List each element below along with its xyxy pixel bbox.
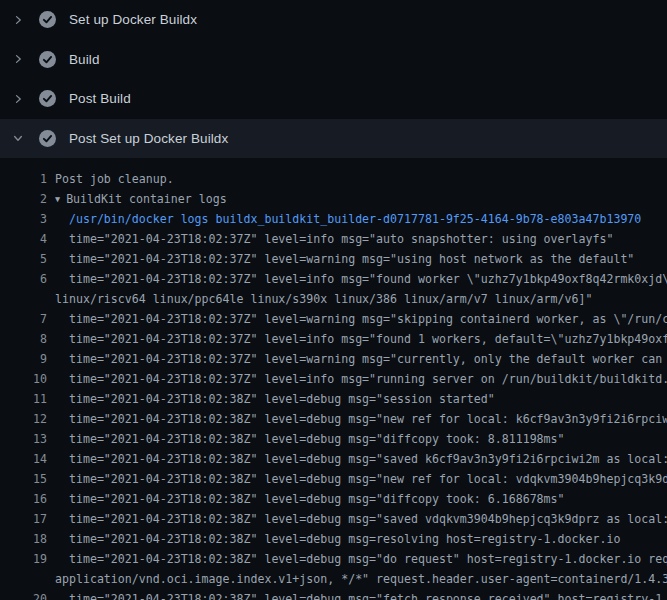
log-line-text: time="2021-04-23T18:02:37Z" level=warnin… — [55, 309, 667, 329]
log-line: 1 Post job cleanup. — [0, 169, 667, 189]
log-line-text: application/vnd.oci.image.index.v1+json,… — [55, 569, 667, 589]
log-line-text: time="2021-04-23T18:02:38Z" level=debug … — [55, 449, 667, 469]
step-label: Set up Docker Buildx — [69, 12, 197, 27]
log-line: application/vnd.oci.image.index.v1+json,… — [0, 569, 667, 589]
log-line-text: time="2021-04-23T18:02:37Z" level=info m… — [55, 229, 613, 249]
log-line: 5 time="2021-04-23T18:02:37Z" level=warn… — [0, 249, 667, 269]
log-line: 2 ▼BuildKit container logs — [0, 189, 667, 209]
log-line: 8 time="2021-04-23T18:02:37Z" level=info… — [0, 329, 667, 349]
log-line-number[interactable]: 10 — [0, 369, 47, 389]
log-line-text: time="2021-04-23T18:02:37Z" level=info m… — [55, 369, 667, 389]
log-line-number[interactable] — [0, 289, 47, 309]
log-line-text: time="2021-04-23T18:02:37Z" level=warnin… — [55, 249, 634, 269]
log-line: 4 time="2021-04-23T18:02:37Z" level=info… — [0, 229, 667, 249]
step-row-build[interactable]: Build — [0, 40, 667, 80]
log-line: 11 time="2021-04-23T18:02:38Z" level=deb… — [0, 389, 667, 409]
log-line: linux/riscv64 linux/ppc64le linux/s390x … — [0, 289, 667, 309]
group-collapse-triangle-icon: ▼ — [55, 189, 60, 209]
log-line: 6 time="2021-04-23T18:02:37Z" level=info… — [0, 269, 667, 289]
log-line-text: time="2021-04-23T18:02:37Z" level=warnin… — [55, 349, 667, 369]
log-line-number[interactable] — [0, 569, 47, 589]
log-line-text: time="2021-04-23T18:02:38Z" level=debug … — [55, 549, 667, 569]
check-circle-icon — [39, 130, 56, 147]
log-line-text: time="2021-04-23T18:02:38Z" level=debug … — [55, 529, 620, 549]
log-line-text: linux/riscv64 linux/ppc64le linux/s390x … — [55, 289, 592, 309]
log-line-number[interactable]: 9 — [0, 349, 47, 369]
log-line-number[interactable]: 7 — [0, 309, 47, 329]
check-circle-icon — [39, 90, 56, 107]
step-label: Build — [69, 52, 100, 67]
log-line: 19 time="2021-04-23T18:02:38Z" level=deb… — [0, 549, 667, 569]
log-line-text: Post job cleanup. — [55, 169, 174, 189]
log-line-text: time="2021-04-23T18:02:38Z" level=debug … — [55, 429, 565, 449]
log-line-number[interactable]: 16 — [0, 489, 47, 509]
log-line-text: time="2021-04-23T18:02:38Z" level=debug … — [55, 389, 495, 409]
chevron-right-icon — [12, 14, 24, 26]
log-line-text: time="2021-04-23T18:02:37Z" level=info m… — [55, 269, 667, 289]
log-line-text: time="2021-04-23T18:02:38Z" level=debug … — [55, 509, 667, 529]
log-line-number[interactable]: 3 — [0, 209, 47, 229]
log-line-number[interactable]: 20 — [0, 589, 47, 600]
log-line-number[interactable]: 2 — [0, 189, 47, 209]
step-row-post-build[interactable]: Post Build — [0, 79, 667, 119]
log-line-text: time="2021-04-23T18:02:38Z" level=debug … — [55, 409, 667, 429]
check-circle-icon — [39, 11, 56, 28]
log-line-text: /usr/bin/docker logs buildx_buildkit_bui… — [55, 209, 641, 229]
log-line-number[interactable]: 5 — [0, 249, 47, 269]
log-line: 15 time="2021-04-23T18:02:38Z" level=deb… — [0, 469, 667, 489]
log-line: 3 /usr/bin/docker logs buildx_buildkit_b… — [0, 209, 667, 229]
log-line-number[interactable]: 6 — [0, 269, 47, 289]
log-line: 10 time="2021-04-23T18:02:37Z" level=inf… — [0, 369, 667, 389]
log-line-number[interactable]: 14 — [0, 449, 47, 469]
log-line-number[interactable]: 19 — [0, 549, 47, 569]
log-line: 9 time="2021-04-23T18:02:37Z" level=warn… — [0, 349, 667, 369]
log-line: 16 time="2021-04-23T18:02:38Z" level=deb… — [0, 489, 667, 509]
step-label: Post Build — [69, 91, 131, 106]
check-circle-icon — [39, 51, 56, 68]
step-label: Post Set up Docker Buildx — [69, 131, 228, 146]
log-line: 18 time="2021-04-23T18:02:38Z" level=deb… — [0, 529, 667, 549]
log-line-number[interactable]: 11 — [0, 389, 47, 409]
log-line-number[interactable]: 13 — [0, 429, 47, 449]
log-line: 7 time="2021-04-23T18:02:37Z" level=warn… — [0, 309, 667, 329]
log-line: 13 time="2021-04-23T18:02:38Z" level=deb… — [0, 429, 667, 449]
log-line-number[interactable]: 4 — [0, 229, 47, 249]
log-line-number[interactable]: 12 — [0, 409, 47, 429]
step-row-post-set-up-docker-buildx[interactable]: Post Set up Docker Buildx — [0, 119, 667, 159]
log-line: 14 time="2021-04-23T18:02:38Z" level=deb… — [0, 449, 667, 469]
log-line-number[interactable]: 17 — [0, 509, 47, 529]
log-line: 12 time="2021-04-23T18:02:38Z" level=deb… — [0, 409, 667, 429]
log-line: 20 time="2021-04-23T18:02:38Z" level=deb… — [0, 589, 667, 600]
log-line-number[interactable]: 1 — [0, 169, 47, 189]
log-line-number[interactable]: 8 — [0, 329, 47, 349]
log-line-text: time="2021-04-23T18:02:37Z" level=info m… — [55, 329, 667, 349]
log-line-number[interactable]: 18 — [0, 529, 47, 549]
log-line-text: time="2021-04-23T18:02:38Z" level=debug … — [55, 489, 565, 509]
chevron-right-icon — [12, 93, 24, 105]
log-line-text: time="2021-04-23T18:02:38Z" level=debug … — [55, 469, 667, 489]
log-line-text: time="2021-04-23T18:02:38Z" level=debug … — [55, 589, 667, 600]
log-output: 1 Post job cleanup. 2 ▼BuildKit containe… — [0, 158, 667, 600]
log-line-number[interactable]: 15 — [0, 469, 47, 489]
step-row-set-up-docker-buildx[interactable]: Set up Docker Buildx — [0, 0, 667, 40]
steps-list: Set up Docker Buildx Build Post Build Po… — [0, 0, 667, 158]
log-group-toggle[interactable]: ▼BuildKit container logs — [55, 189, 227, 209]
chevron-down-icon — [12, 132, 24, 144]
log-line: 17 time="2021-04-23T18:02:38Z" level=deb… — [0, 509, 667, 529]
chevron-right-icon — [12, 53, 24, 65]
